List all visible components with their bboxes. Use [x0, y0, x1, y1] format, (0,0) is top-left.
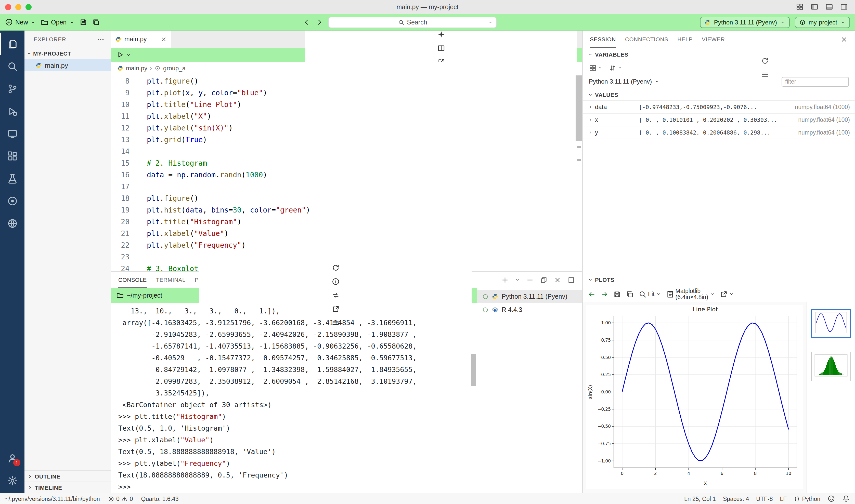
expand-icon[interactable] [586, 105, 595, 110]
code-line[interactable]: plt.grid(True) [147, 134, 582, 146]
eol-sequence[interactable]: LF [780, 496, 787, 502]
language-mode[interactable]: Python [794, 496, 820, 502]
tab-main-py[interactable]: main.py [111, 31, 171, 48]
variable-row-data[interactable]: data[-0.97448233,-0.75009923,-0.9076...n… [583, 101, 855, 114]
code-line[interactable] [147, 181, 582, 193]
save-all-icon[interactable] [92, 18, 100, 26]
activity-globe[interactable] [0, 212, 24, 234]
close-window-button[interactable] [5, 4, 11, 10]
variable-row-y[interactable]: y[ 0. , 0.10083842, 0.20064886, 0.298...… [583, 126, 855, 139]
code-line[interactable]: data = np.random.randn(1000) [147, 169, 582, 181]
zoom-fit-button[interactable]: Fit [639, 290, 661, 298]
code-line[interactable]: # 2. Histogram [147, 158, 582, 169]
close-panel-icon[interactable] [554, 276, 561, 284]
info-icon[interactable] [332, 278, 339, 285]
activity-explorer[interactable] [0, 33, 24, 55]
more-actions-icon[interactable] [97, 35, 105, 43]
customize-layout-icon[interactable] [796, 3, 803, 11]
run-file-icon[interactable] [116, 51, 124, 59]
encoding[interactable]: UTF-8 [756, 496, 773, 502]
expand-icon[interactable] [586, 117, 595, 122]
expand-icon[interactable] [586, 130, 595, 135]
tab-session[interactable]: SESSION [590, 31, 616, 48]
sort-button[interactable] [609, 64, 623, 72]
panel-tab-terminal[interactable]: TERMINAL [156, 272, 185, 288]
code-line[interactable]: plt.figure() [147, 75, 582, 87]
code-line[interactable]: plt.ylabel("sin(X)") [147, 122, 582, 134]
split-editor-icon[interactable] [437, 44, 445, 52]
tab-viewer[interactable]: VIEWER [702, 31, 725, 48]
editor-scrollbar[interactable] [575, 74, 582, 271]
console-scrollbar-thumb[interactable] [471, 354, 476, 386]
save-icon[interactable] [79, 18, 87, 26]
session-r[interactable]: RR 4.4.3 [477, 303, 582, 317]
previous-plot-icon[interactable] [588, 290, 595, 298]
plot-thumbnail-line[interactable] [811, 309, 851, 338]
activity-target[interactable] [0, 190, 24, 212]
copy-plot-icon[interactable] [626, 290, 634, 298]
code-line[interactable] [147, 251, 582, 263]
tab-help[interactable]: HELP [677, 31, 693, 48]
code-line[interactable]: plt.ylabel("Frequency") [147, 239, 582, 251]
code-line[interactable]: plt.xlabel("X") [147, 111, 582, 122]
navigate-forward-icon[interactable] [316, 18, 323, 26]
plot-size-button[interactable]: Matplotlib (6.4in×4.8in) [666, 288, 715, 300]
variables-filter-input[interactable] [782, 77, 849, 86]
code-line[interactable]: plt.title("Histogram") [147, 216, 582, 228]
navigate-back-icon[interactable] [303, 18, 311, 26]
toggle-panel-icon[interactable] [825, 3, 833, 11]
chevron-down-icon[interactable] [515, 277, 520, 282]
settings-button[interactable] [0, 469, 24, 492]
code-line[interactable]: plt.figure() [147, 193, 582, 204]
console-pane[interactable]: ~/my-project 13., 10., 3., 3., 0., 1.]),… [111, 288, 477, 493]
activity-search[interactable] [0, 55, 24, 77]
quarto-version[interactable]: Quarto: 1.6.43 [141, 496, 179, 502]
console-output[interactable]: 13., 10., 3., 3., 0., 1.]), array([-4.16… [111, 303, 477, 493]
restore-panel-icon[interactable] [540, 276, 548, 284]
activity-extensions[interactable] [0, 145, 24, 167]
session-python[interactable]: Python 3.11.11 (Pyenv) [477, 290, 582, 303]
timeline-section[interactable]: TIMELINE [24, 482, 111, 493]
sparkle-icon[interactable] [437, 30, 445, 38]
open-button[interactable]: Open [41, 18, 74, 26]
activity-source-control[interactable] [0, 77, 24, 100]
cursor-position[interactable]: Ln 25, Col 1 [684, 496, 716, 502]
project-selector-button[interactable]: my-project [795, 17, 850, 28]
values-header[interactable]: VALUES [583, 89, 855, 101]
minimize-window-button[interactable] [15, 4, 21, 10]
code-line[interactable]: plt.xlabel("Value") [147, 228, 582, 239]
notifications-bell-icon[interactable] [842, 495, 850, 502]
chevron-down-icon[interactable] [126, 52, 131, 57]
feedback-icon[interactable] [827, 495, 835, 502]
problems-indicator[interactable]: 0 0 [108, 496, 133, 502]
indentation[interactable]: Spaces: 4 [723, 496, 749, 502]
scrollbar-thumb[interactable] [576, 75, 582, 141]
runtime-label[interactable]: Python 3.11.11 (Pyenv) [589, 78, 652, 85]
open-plot-window-button[interactable] [720, 290, 734, 298]
close-icon[interactable] [161, 36, 167, 42]
new-button[interactable]: New [5, 18, 36, 26]
view-mode-button[interactable] [589, 64, 603, 72]
plot-thumbnail-histogram[interactable] [811, 352, 851, 381]
code-line[interactable]: plt.plot(x, y, color="blue") [147, 87, 582, 99]
variable-row-x[interactable]: x[ 0. , 0.1010101 , 0.2020202 , 0.30303.… [583, 114, 855, 126]
save-plot-icon[interactable] [613, 290, 621, 298]
tab-connections[interactable]: CONNECTIONS [625, 31, 668, 48]
explorer-root-folder[interactable]: MY-PROJECT [24, 48, 111, 59]
file-main-py[interactable]: main.py [24, 59, 111, 71]
toggle-sidebar-icon[interactable] [811, 3, 818, 11]
code-line[interactable]: plt.hist(data, bins=30, color="green") [147, 204, 582, 216]
accounts-button[interactable]: 1 [0, 447, 24, 469]
restart-icon[interactable] [332, 264, 339, 272]
chevron-down-icon[interactable] [654, 79, 659, 84]
search-input[interactable]: Search [328, 17, 497, 28]
panel-tab-console[interactable]: CONSOLE [118, 272, 147, 288]
editor-code[interactable]: plt.figure()plt.plot(x, y, color="blue")… [133, 74, 582, 271]
breadcrumb-symbol[interactable]: group_a [163, 65, 185, 72]
toggle-secondary-sidebar-icon[interactable] [840, 3, 848, 11]
interpreter-selector-button[interactable]: Python 3.11.11 (Pyenv) [700, 17, 790, 28]
swap-icon[interactable] [332, 291, 339, 299]
activity-run-debug[interactable] [0, 100, 24, 122]
activity-testing[interactable] [0, 167, 24, 190]
close-icon[interactable] [840, 35, 848, 43]
